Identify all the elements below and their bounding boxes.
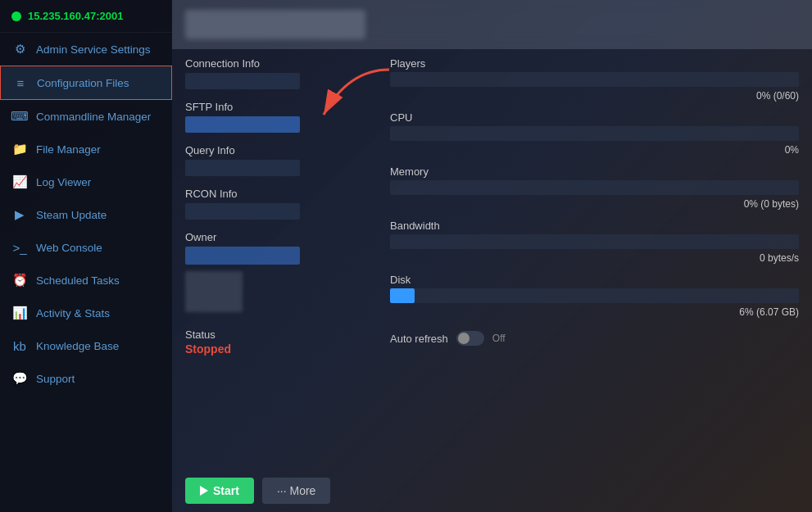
info-left-panel: Connection Info SFTP Info Query Info RCO… (185, 57, 374, 461)
auto-refresh-row: Auto refresh Off (390, 331, 799, 346)
server-banner (172, 0, 812, 49)
main-content: Connection Info SFTP Info Query Info RCO… (172, 0, 812, 512)
knowledge-base-label: Knowledge Base (36, 340, 119, 352)
rcon-info-section: RCON Info (185, 188, 374, 220)
players-stat: Players 0% (0/60) (390, 57, 799, 102)
support-icon: 💬 (11, 370, 28, 387)
web-console-icon: >_ (11, 239, 28, 256)
sidebar-item-configuration-files[interactable]: ≡Configuration Files (0, 66, 172, 100)
disk-bar-container (390, 288, 799, 303)
commandline-manager-icon: ⌨ (11, 108, 28, 125)
action-bar: Start ··· More (172, 469, 812, 512)
more-button[interactable]: ··· More (262, 478, 330, 504)
owner-section: Owner (185, 231, 374, 312)
players-value: 0% (0/60) (390, 90, 799, 102)
status-section: Status Stopped (185, 328, 374, 356)
cpu-bar-bg (390, 126, 799, 141)
cpu-value: 0% (390, 144, 799, 156)
disk-label: Disk (390, 274, 799, 286)
sidebar-item-file-manager[interactable]: 📁File Manager (0, 133, 172, 165)
scheduled-tasks-icon: ⏰ (11, 272, 28, 288)
admin-service-settings-label: Admin Service Settings (36, 43, 151, 56)
commandline-manager-label: Commandline Manager (36, 111, 151, 123)
owner-label: Owner (185, 231, 374, 243)
memory-value: 0% (0 bytes) (390, 198, 799, 210)
start-button[interactable]: Start (185, 478, 254, 504)
admin-service-settings-icon: ⚙ (11, 41, 28, 57)
auto-refresh-toggle[interactable] (456, 331, 484, 346)
connection-info-bar (185, 73, 300, 89)
toggle-knob (458, 333, 470, 344)
bandwidth-label: Bandwidth (390, 220, 799, 232)
owner-avatar (185, 271, 243, 312)
sidebar-item-support[interactable]: 💬Support (0, 362, 172, 395)
steam-update-icon: ▶ (11, 206, 28, 223)
bandwidth-value: 0 bytes/s (390, 252, 799, 264)
memory-bar-container (390, 180, 799, 195)
owner-bar (185, 247, 300, 265)
sidebar-item-scheduled-tasks[interactable]: ⏰Scheduled Tasks (0, 264, 172, 297)
memory-stat: Memory 0% (0 bytes) (390, 165, 799, 210)
cpu-stat: CPU 0% (390, 111, 799, 156)
players-label: Players (390, 57, 799, 70)
auto-refresh-label: Auto refresh (390, 333, 448, 345)
bandwidth-bar-bg (390, 234, 799, 249)
sidebar-item-web-console[interactable]: >_Web Console (0, 231, 172, 264)
connection-info-section: Connection Info (185, 57, 374, 89)
players-bar-container (390, 72, 799, 87)
query-info-bar (185, 160, 300, 176)
scheduled-tasks-label: Scheduled Tasks (36, 274, 120, 287)
query-info-section: Query Info (185, 144, 374, 176)
sidebar-item-knowledge-base[interactable]: kbKnowledge Base (0, 329, 172, 362)
disk-bar-bg (390, 288, 799, 303)
memory-label: Memory (390, 165, 799, 178)
bandwidth-stat: Bandwidth 0 bytes/s (390, 220, 799, 264)
query-info-label: Query Info (185, 144, 374, 156)
rcon-info-bar (185, 203, 300, 220)
rcon-info-label: RCON Info (185, 188, 374, 200)
sftp-info-section: SFTP Info (185, 101, 374, 133)
disk-bar-fill (390, 288, 415, 303)
server-ip: 15.235.160.47:2001 (28, 10, 123, 22)
sftp-info-label: SFTP Info (185, 101, 374, 113)
auto-refresh-state: Off (492, 333, 506, 344)
bandwidth-bar-container (390, 234, 799, 249)
disk-stat: Disk 6% (6.07 GB) (390, 274, 799, 318)
server-status-dot (11, 11, 21, 21)
configuration-files-icon: ≡ (12, 75, 29, 91)
play-icon (200, 486, 208, 496)
disk-value: 6% (6.07 GB) (390, 306, 799, 318)
sidebar-header: 15.235.160.47:2001 (0, 0, 172, 33)
sidebar-item-log-viewer[interactable]: 📈Log Viewer (0, 165, 172, 198)
steam-update-label: Steam Update (36, 209, 107, 221)
sidebar-item-admin-service-settings[interactable]: ⚙Admin Service Settings (0, 33, 172, 66)
sidebar-item-commandline-manager[interactable]: ⌨Commandline Manager (0, 100, 172, 133)
status-label: Status (185, 328, 374, 341)
configuration-files-label: Configuration Files (37, 77, 129, 89)
log-viewer-icon: 📈 (11, 174, 28, 190)
sidebar-item-steam-update[interactable]: ▶Steam Update (0, 198, 172, 231)
knowledge-base-icon: kb (11, 338, 28, 354)
banner-image (185, 10, 365, 39)
log-viewer-label: Log Viewer (36, 176, 91, 188)
web-console-label: Web Console (36, 242, 102, 254)
sidebar-item-activity-stats[interactable]: 📊Activity & Stats (0, 297, 172, 329)
sftp-info-bar (185, 116, 300, 133)
more-label: ··· More (277, 484, 315, 497)
file-manager-icon: 📁 (11, 141, 28, 157)
support-label: Support (36, 373, 75, 385)
status-value: Stopped (185, 342, 374, 356)
activity-stats-icon: 📊 (11, 305, 28, 321)
cpu-label: CPU (390, 111, 799, 124)
connection-info-label: Connection Info (185, 57, 374, 70)
file-manager-label: File Manager (36, 143, 101, 156)
memory-bar-bg (390, 180, 799, 195)
cpu-bar-container (390, 126, 799, 141)
sidebar: 15.235.160.47:2001 ⚙Admin Service Settin… (0, 0, 172, 512)
info-grid: Connection Info SFTP Info Query Info RCO… (172, 49, 812, 469)
start-label: Start (213, 484, 239, 497)
activity-stats-label: Activity & Stats (36, 307, 110, 319)
info-right-panel: Players 0% (0/60) CPU 0% Memory (374, 57, 799, 461)
players-bar-bg (390, 72, 799, 87)
